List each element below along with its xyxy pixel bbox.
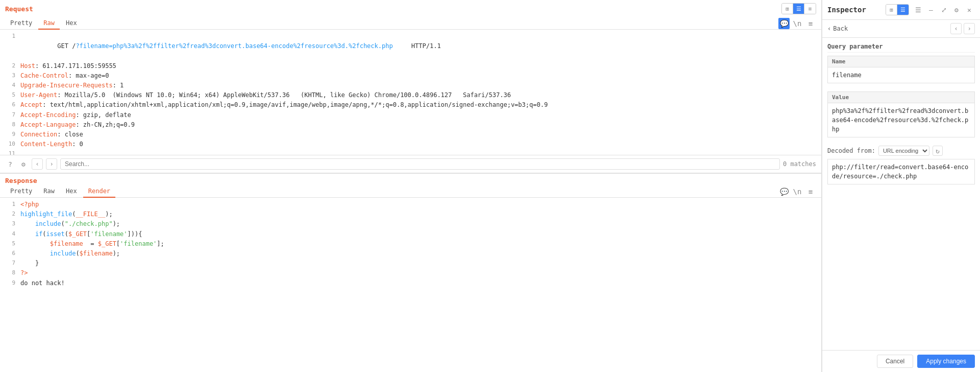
cancel-button[interactable]: Cancel bbox=[877, 355, 913, 368]
value-field-label: Value bbox=[827, 91, 975, 103]
code-line-3: 3 Cache-Control: max-age=0 bbox=[0, 71, 821, 81]
tab-pretty-resp[interactable]: Pretty bbox=[5, 185, 37, 198]
code-line-2: 2 Host: 61.147.171.105:59555 bbox=[0, 61, 821, 71]
request-header: Request ⊞ ☰ ≡ bbox=[0, 0, 821, 16]
menu-icon[interactable]: ≡ bbox=[805, 18, 816, 29]
tab-render-resp[interactable]: Render bbox=[83, 185, 115, 198]
newline-icon[interactable]: \n bbox=[792, 18, 803, 29]
response-header: Response bbox=[0, 174, 821, 184]
tab-hex-resp[interactable]: Hex bbox=[61, 185, 82, 198]
message-icon[interactable]: 💬 bbox=[778, 18, 790, 29]
chevron-left-icon: ‹ bbox=[827, 25, 831, 32]
response-title: Response bbox=[5, 177, 37, 184]
name-field-label: Name bbox=[827, 56, 975, 67]
tab-raw-resp[interactable]: Raw bbox=[38, 185, 60, 198]
insp-toggle-1[interactable]: ⊞ bbox=[886, 5, 897, 15]
nav-arrows: ‹ › bbox=[950, 23, 975, 34]
inspector-toolbar: ⊞ ☰ ☰ — ⤢ ⚙ ✕ bbox=[886, 4, 975, 15]
tab-raw-req[interactable]: Raw bbox=[38, 17, 60, 30]
inspector-settings-icon[interactable]: ⚙ bbox=[951, 4, 962, 15]
resp-line-9: 9 do not hack! bbox=[0, 278, 821, 288]
response-code-area: 1 <?php 2 highlight_file(__FILE__); 3 in… bbox=[0, 198, 821, 372]
resp-line-1: 1 <?php bbox=[0, 200, 821, 210]
request-toolbar-icons: 💬 \n ≡ bbox=[778, 18, 816, 29]
inspector-title: Inspector bbox=[827, 6, 883, 14]
response-section: Response Pretty Raw Hex Render 💬 \n ≡ 1 … bbox=[0, 174, 821, 372]
inspector-panel: Inspector ⊞ ☰ ☰ — ⤢ ⚙ ✕ ‹ Back ‹ › Query… bbox=[822, 0, 980, 372]
search-input[interactable] bbox=[60, 158, 780, 170]
request-code-area: 1 GET /?filename=php%3a%2f%2ffilter%2fre… bbox=[0, 30, 821, 155]
view-toggle-grid[interactable]: ⊞ bbox=[782, 4, 793, 14]
tab-hex-req[interactable]: Hex bbox=[61, 17, 82, 30]
inspector-close-icon[interactable]: ✕ bbox=[964, 4, 975, 15]
prev-match-button[interactable]: ‹ bbox=[32, 158, 43, 170]
inspector-list-icon[interactable]: ☰ bbox=[913, 4, 924, 15]
inspector-expand-icon[interactable]: ⤢ bbox=[938, 4, 949, 15]
inspector-content: Query parameter Name filename Value php%… bbox=[822, 38, 980, 350]
request-tabs: Pretty Raw Hex 💬 \n ≡ bbox=[0, 16, 821, 30]
resp-line-4: 4 if(isset($_GET['filename'])){ bbox=[0, 229, 821, 239]
resp-line-7: 7 } bbox=[0, 259, 821, 268]
resp-line-6: 6 include($filename); bbox=[0, 249, 821, 259]
back-label: Back bbox=[833, 25, 848, 32]
code-line-7: 7 Accept-Encoding: gzip, deflate bbox=[0, 110, 821, 120]
inspector-header: Inspector ⊞ ☰ ☰ — ⤢ ⚙ ✕ bbox=[822, 0, 980, 20]
next-match-button[interactable]: › bbox=[46, 158, 57, 170]
inspector-footer: Cancel Apply changes bbox=[822, 350, 980, 372]
tab-pretty-req[interactable]: Pretty bbox=[5, 17, 37, 30]
value-field: Value php%3a%2f%2ffilter%2fread%3dconver… bbox=[827, 91, 975, 137]
code-line-9: 9 Connection: close bbox=[0, 130, 821, 140]
code-line-4: 4 Upgrade-Insecure-Requests: 1 bbox=[0, 81, 821, 90]
code-line-6: 6 Accept: text/html,application/xhtml+xm… bbox=[0, 100, 821, 110]
request-title: Request bbox=[5, 5, 33, 13]
resp-line-8: 8 ?> bbox=[0, 268, 821, 278]
resp-line-5: 5 $filename = $_GET['filename']; bbox=[0, 239, 821, 249]
resp-line-3: 3 include("./check.php"); bbox=[0, 219, 821, 229]
request-section: Request ⊞ ☰ ≡ Pretty Raw Hex 💬 \n ≡ 1 GE… bbox=[0, 0, 821, 174]
name-field-value[interactable]: filename bbox=[827, 67, 975, 83]
matches-count: 0 matches bbox=[783, 160, 816, 168]
response-toolbar-icons: 💬 \n ≡ bbox=[778, 186, 816, 197]
request-view-toggles: ⊞ ☰ ≡ bbox=[781, 3, 816, 14]
refresh-icon[interactable]: ↻ bbox=[933, 146, 943, 156]
response-tabs: Pretty Raw Hex Render 💬 \n ≡ bbox=[0, 184, 821, 198]
help-icon[interactable]: ? bbox=[5, 159, 15, 169]
query-param-label: Query parameter bbox=[827, 43, 975, 53]
apply-changes-button[interactable]: Apply changes bbox=[917, 355, 975, 368]
code-line-1: 1 GET /?filename=php%3a%2f%2ffilter%2fre… bbox=[0, 32, 821, 61]
decoded-from-label: Decoded from: bbox=[827, 147, 875, 154]
insp-toggle-2[interactable]: ☰ bbox=[897, 5, 909, 15]
name-field: Name filename bbox=[827, 56, 975, 83]
decoded-value[interactable]: php://filter/read=convert.base64-encode/… bbox=[827, 159, 975, 184]
code-line-10: 10 Content-Length: 0 bbox=[0, 140, 821, 149]
resp-message-icon[interactable]: 💬 bbox=[778, 186, 790, 197]
inspector-nav: ‹ Back ‹ › bbox=[822, 20, 980, 38]
encoding-select[interactable]: URL encoding bbox=[878, 146, 929, 156]
search-settings-icon[interactable]: ⚙ bbox=[18, 159, 29, 169]
view-toggle-list[interactable]: ☰ bbox=[793, 4, 804, 14]
search-bar: ? ⚙ ‹ › 0 matches bbox=[0, 155, 821, 173]
value-field-value[interactable]: php%3a%2f%2ffilter%2fread%3dconvert.base… bbox=[827, 103, 975, 137]
resp-newline-icon[interactable]: \n bbox=[792, 186, 803, 197]
inspector-next-button[interactable]: › bbox=[964, 23, 975, 34]
inspector-prev-button[interactable]: ‹ bbox=[950, 23, 962, 34]
resp-line-2: 2 highlight_file(__FILE__); bbox=[0, 210, 821, 219]
inspector-minimize-icon[interactable]: — bbox=[925, 4, 937, 15]
resp-menu-icon[interactable]: ≡ bbox=[805, 186, 816, 197]
left-panel: Request ⊞ ☰ ≡ Pretty Raw Hex 💬 \n ≡ 1 GE… bbox=[0, 0, 822, 372]
back-button[interactable]: ‹ Back bbox=[827, 25, 848, 32]
view-toggle-more[interactable]: ≡ bbox=[804, 4, 816, 14]
code-line-5: 5 User-Agent: Mozilla/5.0 (Windows NT 10… bbox=[0, 90, 821, 100]
inspector-view-toggles: ⊞ ☰ bbox=[886, 4, 909, 15]
code-line-11: 11 bbox=[0, 149, 821, 155]
code-line-8: 8 Accept-Language: zh-CN,zh;q=0.9 bbox=[0, 120, 821, 130]
decoded-from-row: Decoded from: URL encoding ↻ bbox=[827, 146, 975, 156]
